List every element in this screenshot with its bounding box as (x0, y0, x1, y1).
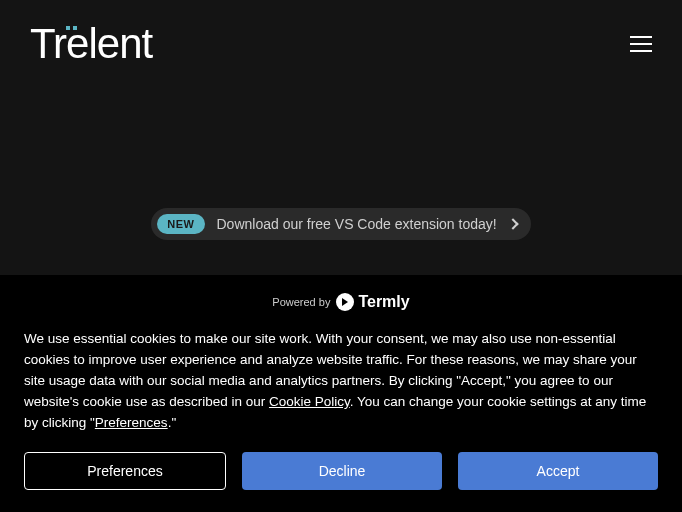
termly-icon (336, 293, 354, 311)
hamburger-menu-icon[interactable] (630, 36, 652, 52)
powered-by-text: Powered by (272, 296, 330, 308)
preferences-link[interactable]: Preferences (95, 415, 168, 430)
logo-text: Trelent (30, 20, 152, 67)
cookie-consent-banner: Powered by Termly We use essential cooki… (0, 275, 682, 512)
new-badge: NEW (157, 214, 204, 234)
promo-banner[interactable]: NEW Download our free VS Code extension … (151, 208, 530, 240)
cookie-text-3: ." (168, 415, 177, 430)
decline-button[interactable]: Decline (242, 452, 442, 490)
termly-logo[interactable]: Termly (336, 293, 409, 311)
termly-name: Termly (358, 293, 409, 311)
logo[interactable]: Trelent (30, 20, 152, 68)
chevron-right-icon (507, 218, 518, 229)
cookie-policy-link[interactable]: Cookie Policy (269, 394, 350, 409)
cookie-buttons-row: Preferences Decline Accept (24, 452, 658, 490)
accept-button[interactable]: Accept (458, 452, 658, 490)
promo-text: Download our free VS Code extension toda… (217, 216, 497, 232)
preferences-button[interactable]: Preferences (24, 452, 226, 490)
header: Trelent (0, 0, 682, 88)
logo-dots-icon (66, 26, 77, 30)
powered-by: Powered by Termly (24, 293, 658, 311)
cookie-description: We use essential cookies to make our sit… (24, 329, 658, 434)
